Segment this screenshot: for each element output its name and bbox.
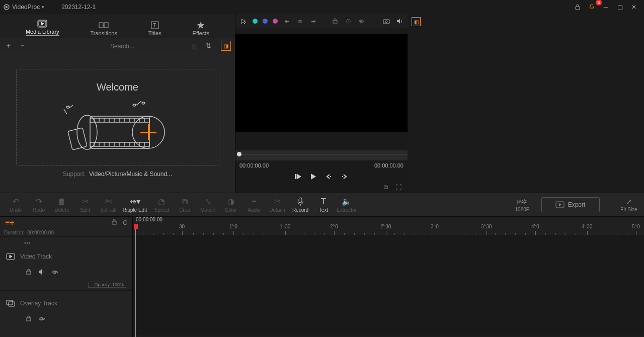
prev-frame-icon[interactable]: [326, 173, 333, 181]
library-tabs: Media Library Transitions T Titles Effec…: [0, 14, 235, 38]
preview-scrubber[interactable]: [235, 150, 408, 160]
detach-preview-icon[interactable]: ⧉: [384, 184, 388, 191]
welcome-text: Welcome: [97, 81, 138, 93]
track-lock-icon[interactable]: [26, 269, 31, 276]
svg-text:T: T: [153, 23, 156, 28]
record-button[interactable]: Record: [289, 197, 312, 213]
tab-effects[interactable]: Effects: [190, 19, 212, 38]
text-button[interactable]: T̲Text: [312, 197, 335, 213]
close-button[interactable]: ✕: [627, 2, 641, 13]
export-button[interactable]: Export: [541, 197, 600, 212]
resolution-button[interactable]: ⎚✲1080P: [511, 198, 533, 212]
maximize-button[interactable]: ▢: [613, 2, 627, 13]
video-track-header[interactable]: ••• Video Track Opacity: 100%: [0, 236, 132, 290]
split-all-button[interactable]: ✄Split all: [97, 197, 120, 213]
sort-icon[interactable]: ⇅: [204, 41, 213, 50]
mark-out-icon[interactable]: ⇥: [309, 17, 317, 25]
svg-point-36: [77, 115, 97, 149]
svg-point-42: [361, 21, 362, 22]
svg-marker-53: [559, 203, 561, 206]
svg-rect-43: [383, 20, 389, 24]
eye-icon[interactable]: [357, 17, 365, 25]
marker-cyan[interactable]: [253, 19, 258, 24]
overlay-track-header[interactable]: Overlay Track: [0, 290, 132, 328]
media-dropzone[interactable]: Welcome: [0, 53, 235, 193]
svg-rect-62: [27, 318, 31, 321]
playhead[interactable]: [134, 224, 138, 337]
inspector-panel: ◧: [408, 14, 644, 193]
undo-button[interactable]: ↶Undo: [4, 197, 27, 213]
remove-media-button[interactable]: －: [18, 41, 27, 50]
next-frame-icon[interactable]: [342, 173, 349, 181]
fullscreen-icon[interactable]: ⛶: [395, 184, 401, 191]
svg-marker-47: [297, 174, 301, 179]
preview-time-left: 00:00:00.00: [239, 162, 269, 168]
marker-blue[interactable]: [263, 19, 268, 24]
project-title[interactable]: 202312-12-1: [61, 4, 96, 11]
tab-media-library[interactable]: Media Library: [23, 18, 62, 38]
crop-button[interactable]: ⧉Crop: [173, 197, 196, 213]
ruler-tick: 2':30: [380, 224, 391, 229]
effects-icon: [196, 21, 206, 29]
svg-rect-41: [333, 21, 337, 23]
lock-icon[interactable]: [571, 2, 585, 13]
svg-point-44: [385, 21, 387, 23]
speed-button[interactable]: ◔Speed: [150, 197, 173, 213]
track-area[interactable]: 00:00:00.00 301':01':302':02':303':03':3…: [133, 217, 644, 337]
opacity-field[interactable]: Opacity: 100%: [88, 282, 126, 288]
overlay-lock-icon[interactable]: [26, 316, 31, 323]
preview-toolbar: ⇤ ⧈ ⇥ ⦾: [235, 14, 408, 28]
add-track-button[interactable]: ≡+: [5, 218, 15, 227]
track-mute-icon[interactable]: [38, 269, 44, 276]
lock-preview-icon[interactable]: [331, 17, 339, 25]
mark-in-icon[interactable]: ⇤: [283, 17, 291, 25]
fit-size-button[interactable]: ⤢Fit Size: [618, 198, 640, 212]
cursor-tool-icon[interactable]: [239, 17, 248, 25]
split-button[interactable]: ✂Split: [73, 197, 97, 213]
grid-view-icon[interactable]: ▦: [191, 41, 200, 50]
expand-inspector-button[interactable]: ◧: [412, 17, 421, 26]
volume-icon[interactable]: [395, 17, 404, 25]
detach-button[interactable]: ✂Detach: [266, 197, 289, 213]
scrub-handle[interactable]: [237, 152, 242, 156]
app-logo[interactable]: VideoProc ▾: [3, 4, 44, 11]
edit-toolbar: ↶Undo ↷Redo 🗑Delete ✂Split ✄Split all ⇹▾…: [0, 193, 644, 217]
play-icon[interactable]: [310, 173, 316, 182]
notification-icon[interactable]: 6: [585, 2, 599, 13]
tab-transitions[interactable]: Transitions: [88, 19, 120, 38]
library-toolbar: ＋ － ▦ ⇅ ◨: [0, 38, 235, 53]
tab-titles[interactable]: T Titles: [145, 19, 165, 38]
extractor-button[interactable]: 🔈Extractor: [335, 197, 358, 213]
preview-viewport[interactable]: [235, 34, 408, 132]
snapshot-icon[interactable]: [382, 17, 390, 25]
ruler-tick: 4':30: [582, 224, 592, 229]
magnet-icon[interactable]: C: [123, 219, 127, 226]
safe-zone-icon[interactable]: ⦾: [344, 17, 352, 25]
play-from-start-icon[interactable]: [294, 173, 301, 182]
redo-button[interactable]: ↷Redo: [27, 197, 50, 213]
overlay-visible-icon[interactable]: [38, 316, 45, 323]
chevron-down-icon[interactable]: ▾: [42, 5, 44, 10]
preview-panel: ⇤ ⧈ ⇥ ⦾ 00:00:00.00 00:00:00.00 ⧉ ⛶: [235, 14, 408, 193]
lock-track-icon[interactable]: [112, 219, 117, 226]
collapse-panel-button[interactable]: ◨: [221, 41, 231, 51]
track-visible-icon[interactable]: [51, 269, 58, 276]
search-input[interactable]: [110, 43, 181, 50]
motion-button[interactable]: ⤡Motion: [196, 197, 219, 213]
timeline-ruler[interactable]: 00:00:00.00 301':01':302':02':303':03':3…: [133, 217, 644, 235]
add-media-button[interactable]: ＋: [4, 41, 13, 50]
delete-button[interactable]: 🗑Delete: [50, 197, 73, 213]
svg-rect-60: [7, 300, 13, 305]
logo-icon: [3, 4, 10, 11]
audio-button[interactable]: ≡Audio: [243, 197, 266, 213]
preview-time-right: 00:00:00.00: [374, 162, 404, 168]
overlay-track-icon: [6, 300, 15, 307]
video-track-icon: [6, 253, 15, 260]
ripple-edit-button[interactable]: ⇹▾Ripple Edit: [120, 197, 150, 213]
mark-center-icon[interactable]: ⧈: [296, 17, 304, 25]
marker-magenta[interactable]: [273, 19, 278, 24]
ruler-tick: 4':0: [531, 224, 539, 229]
media-icon: [37, 20, 47, 28]
track-menu-icon[interactable]: •••: [4, 240, 128, 247]
color-button[interactable]: ◑Color: [219, 197, 243, 213]
